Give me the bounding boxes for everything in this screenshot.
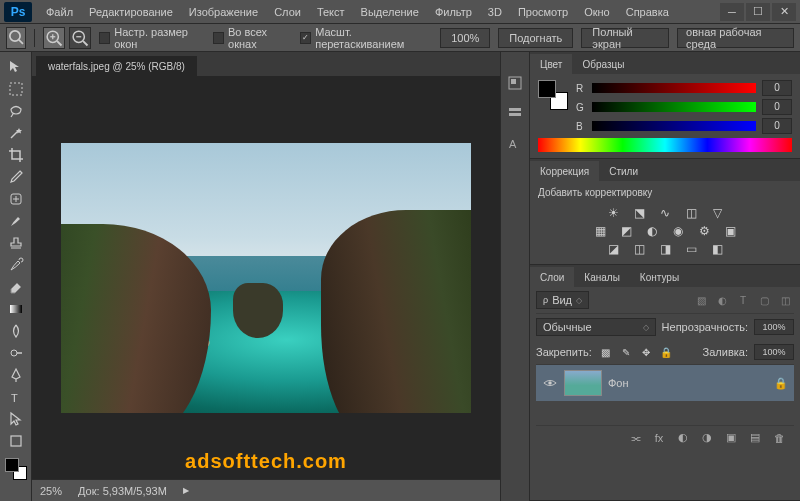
minimize-button[interactable]: ─ — [720, 3, 744, 21]
menu-help[interactable]: Справка — [618, 0, 677, 23]
maximize-button[interactable]: ☐ — [746, 3, 770, 21]
layer-filter-dropdown[interactable]: ρВид◇ — [536, 291, 589, 309]
color-balance-icon[interactable]: ◩ — [616, 222, 636, 240]
filter-shape-icon[interactable]: ▢ — [755, 292, 773, 308]
opacity-value[interactable]: 100% — [754, 319, 794, 335]
b-slider[interactable] — [592, 121, 756, 131]
layer-row[interactable]: Фон 🔒 — [536, 365, 794, 401]
properties-panel-icon[interactable] — [504, 102, 526, 124]
shape-tool[interactable] — [3, 430, 29, 452]
posterize-icon[interactable]: ◫ — [629, 240, 649, 258]
crop-tool[interactable] — [3, 144, 29, 166]
b-value[interactable]: 0 — [762, 118, 792, 134]
magic-wand-tool[interactable] — [3, 122, 29, 144]
fill-value[interactable]: 100% — [754, 344, 794, 360]
pen-tool[interactable] — [3, 364, 29, 386]
layer-fx-icon[interactable]: fx — [650, 430, 668, 446]
new-fill-icon[interactable]: ◑ — [698, 430, 716, 446]
menu-window[interactable]: Окно — [576, 0, 618, 23]
history-brush-tool[interactable] — [3, 254, 29, 276]
menu-select[interactable]: Выделение — [353, 0, 427, 23]
r-slider[interactable] — [592, 83, 756, 93]
exposure-icon[interactable]: ◫ — [681, 204, 701, 222]
blur-tool[interactable] — [3, 320, 29, 342]
hue-sat-icon[interactable]: ▦ — [590, 222, 610, 240]
tab-channels[interactable]: Каналы — [574, 267, 630, 287]
fullscreen-button[interactable]: Полный экран — [581, 28, 669, 48]
vibrance-icon[interactable]: ▽ — [707, 204, 727, 222]
lock-pixels-icon[interactable]: ✎ — [618, 345, 634, 359]
resize-windows-checkbox[interactable]: Настр. размер окон — [99, 26, 205, 50]
menu-text[interactable]: Текст — [309, 0, 353, 23]
menu-file[interactable]: Файл — [38, 0, 81, 23]
canvas[interactable]: adsofttech.com — [32, 76, 500, 479]
g-slider[interactable] — [592, 102, 756, 112]
photo-filter-icon[interactable]: ◉ — [668, 222, 688, 240]
tab-styles[interactable]: Стили — [599, 161, 648, 181]
color-lookup-icon[interactable]: ▣ — [720, 222, 740, 240]
layer-thumbnail[interactable] — [564, 370, 602, 396]
g-value[interactable]: 0 — [762, 99, 792, 115]
fit-screen-button[interactable]: Подогнать — [498, 28, 573, 48]
gradient-map-icon[interactable]: ▭ — [681, 240, 701, 258]
brush-tool[interactable] — [3, 210, 29, 232]
layer-lock-icon[interactable]: 🔒 — [774, 377, 788, 390]
gradient-tool[interactable] — [3, 298, 29, 320]
filter-adjust-icon[interactable]: ◐ — [713, 292, 731, 308]
type-tool[interactable]: T — [3, 386, 29, 408]
menu-view[interactable]: Просмотр — [510, 0, 576, 23]
menu-filter[interactable]: Фильтр — [427, 0, 480, 23]
zoom-in-icon[interactable] — [43, 27, 65, 49]
filter-pixel-icon[interactable]: ▧ — [692, 292, 710, 308]
zoom-out-icon[interactable] — [69, 27, 91, 49]
levels-icon[interactable]: ⬔ — [629, 204, 649, 222]
bw-icon[interactable]: ◐ — [642, 222, 662, 240]
foreground-background-swatch[interactable] — [3, 456, 29, 482]
color-swatch[interactable] — [538, 80, 568, 110]
tab-color[interactable]: Цвет — [530, 54, 572, 74]
eyedropper-tool[interactable] — [3, 166, 29, 188]
zoom-tool-icon[interactable] — [6, 27, 26, 49]
eraser-tool[interactable] — [3, 276, 29, 298]
invert-icon[interactable]: ◪ — [603, 240, 623, 258]
lock-all-icon[interactable]: 🔒 — [658, 345, 674, 359]
scrubby-zoom-checkbox[interactable]: ✓Масшт. перетаскиванием — [300, 26, 432, 50]
path-select-tool[interactable] — [3, 408, 29, 430]
tab-adjustments[interactable]: Коррекция — [530, 161, 599, 181]
new-layer-icon[interactable]: ▤ — [746, 430, 764, 446]
tab-layers[interactable]: Слои — [530, 267, 574, 287]
lock-transparent-icon[interactable]: ▩ — [598, 345, 614, 359]
tab-paths[interactable]: Контуры — [630, 267, 689, 287]
r-value[interactable]: 0 — [762, 80, 792, 96]
threshold-icon[interactable]: ◨ — [655, 240, 675, 258]
move-tool[interactable] — [3, 56, 29, 78]
menu-image[interactable]: Изображение — [181, 0, 266, 23]
blend-mode-dropdown[interactable]: Обычные◇ — [536, 318, 656, 336]
menu-edit[interactable]: Редактирование — [81, 0, 181, 23]
character-panel-icon[interactable]: A — [504, 132, 526, 154]
all-windows-checkbox[interactable]: Во всех окнах — [213, 26, 292, 50]
healing-brush-tool[interactable] — [3, 188, 29, 210]
color-spectrum[interactable] — [538, 138, 792, 152]
history-panel-icon[interactable] — [504, 72, 526, 94]
menu-3d[interactable]: 3D — [480, 0, 510, 23]
stamp-tool[interactable] — [3, 232, 29, 254]
layer-name[interactable]: Фон — [608, 377, 629, 389]
zoom-100-button[interactable]: 100% — [440, 28, 490, 48]
menu-layer[interactable]: Слои — [266, 0, 309, 23]
marquee-tool[interactable] — [3, 78, 29, 100]
delete-layer-icon[interactable]: 🗑 — [770, 430, 788, 446]
close-button[interactable]: ✕ — [772, 3, 796, 21]
dodge-tool[interactable] — [3, 342, 29, 364]
visibility-icon[interactable] — [542, 375, 558, 391]
filter-smart-icon[interactable]: ◫ — [776, 292, 794, 308]
selective-color-icon[interactable]: ◧ — [707, 240, 727, 258]
layer-mask-icon[interactable]: ◐ — [674, 430, 692, 446]
workspace-dropdown[interactable]: овная рабочая среда — [677, 28, 794, 48]
new-group-icon[interactable]: ▣ — [722, 430, 740, 446]
channel-mixer-icon[interactable]: ⚙ — [694, 222, 714, 240]
document-tab[interactable]: waterfals.jpeg @ 25% (RGB/8) — [36, 56, 197, 76]
curves-icon[interactable]: ∿ — [655, 204, 675, 222]
lock-position-icon[interactable]: ✥ — [638, 345, 654, 359]
status-zoom[interactable]: 25% — [40, 485, 62, 497]
